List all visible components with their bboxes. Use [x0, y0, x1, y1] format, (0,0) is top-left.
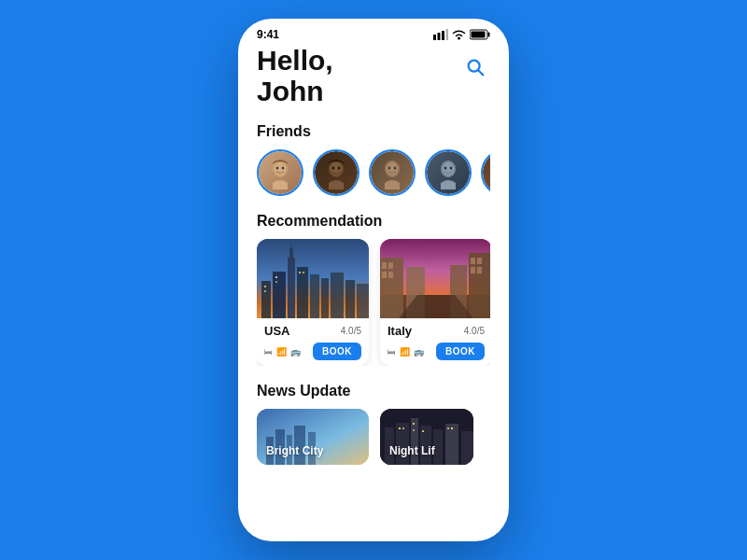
svg-rect-84 — [413, 429, 415, 431]
svg-rect-85 — [422, 430, 424, 432]
svg-rect-42 — [321, 278, 329, 318]
svg-rect-3 — [446, 29, 449, 40]
italy-amenity-icons: 🛏 📶 🚌 — [388, 347, 424, 357]
greeting-line1: Hello, — [257, 45, 333, 76]
svg-rect-36 — [273, 272, 286, 318]
greeting-line2: John — [257, 76, 324, 106]
greeting: Hello, John — [257, 45, 333, 106]
bus-icon-italy: 🚌 — [414, 347, 424, 357]
svg-rect-45 — [357, 284, 369, 318]
search-button[interactable] — [460, 52, 490, 82]
svg-rect-7 — [472, 32, 486, 38]
svg-point-13 — [282, 166, 284, 169]
svg-rect-61 — [477, 258, 482, 264]
svg-rect-41 — [310, 274, 319, 318]
svg-rect-87 — [451, 427, 453, 429]
svg-rect-83 — [413, 423, 415, 425]
friend-avatar-4[interactable] — [425, 149, 472, 196]
rec-card-usa[interactable]: USA 4.0/5 🛏 📶 🚌 BOOK — [257, 239, 369, 366]
svg-rect-80 — [461, 431, 473, 465]
svg-point-24 — [444, 166, 446, 169]
svg-line-9 — [478, 70, 483, 75]
signal-icon — [433, 29, 448, 40]
svg-rect-37 — [288, 258, 295, 318]
status-time: 9:41 — [257, 28, 279, 41]
svg-rect-40 — [297, 267, 308, 318]
svg-rect-48 — [275, 276, 277, 278]
svg-rect-49 — [275, 281, 277, 283]
wifi-rec-icon: 📶 — [276, 347, 287, 357]
svg-rect-1 — [438, 33, 441, 40]
friend-avatar-5[interactable] — [481, 149, 490, 196]
svg-rect-57 — [382, 272, 387, 278]
news-section-title: News Update — [257, 383, 490, 399]
bed-icon-italy: 🛏 — [388, 347, 396, 357]
svg-rect-55 — [382, 262, 387, 269]
main-content: Hello, John Friends — [238, 45, 509, 541]
svg-rect-86 — [447, 427, 449, 429]
svg-point-25 — [450, 166, 452, 169]
svg-rect-47 — [264, 290, 266, 292]
recommendation-section-title: Recommendation — [257, 213, 490, 230]
svg-point-16 — [332, 166, 334, 169]
svg-rect-63 — [477, 267, 482, 273]
svg-point-21 — [394, 166, 396, 169]
rec-card-italy[interactable]: Italy 4.0/5 🛏 📶 🚌 BOOK — [380, 239, 490, 366]
header-section: Hello, John — [257, 45, 490, 106]
svg-rect-44 — [345, 280, 355, 318]
svg-rect-39 — [291, 244, 292, 250]
recommendation-list: USA 4.0/5 🛏 📶 🚌 BOOK — [257, 239, 490, 366]
italy-rating: 4.0/5 — [464, 326, 485, 336]
svg-rect-43 — [331, 273, 344, 318]
friend-avatar-3[interactable] — [369, 149, 416, 196]
svg-rect-38 — [289, 248, 293, 262]
wifi-icon-italy: 📶 — [400, 347, 410, 357]
italy-book-button[interactable]: BOOK — [436, 343, 485, 360]
news-card-night-life[interactable]: Night Lif — [380, 409, 473, 465]
svg-rect-76 — [411, 418, 418, 465]
svg-rect-79 — [445, 424, 458, 465]
svg-rect-82 — [402, 427, 404, 429]
bright-city-label: Bright City — [266, 444, 323, 457]
bus-icon: 🚌 — [290, 347, 301, 357]
svg-rect-51 — [303, 272, 304, 273]
svg-rect-62 — [471, 267, 475, 273]
night-life-label: Night Lif — [389, 444, 435, 457]
svg-rect-6 — [488, 33, 490, 37]
friends-section-title: Friends — [257, 123, 490, 140]
news-list: Bright City — [257, 409, 490, 465]
svg-rect-2 — [442, 31, 444, 40]
bed-icon: 🛏 — [264, 347, 273, 357]
italy-name: Italy — [388, 324, 412, 338]
svg-rect-46 — [264, 286, 266, 287]
svg-point-12 — [276, 166, 278, 169]
battery-icon — [470, 29, 490, 40]
svg-rect-0 — [433, 35, 436, 40]
status-bar: 9:41 — [238, 19, 509, 45]
svg-point-4 — [458, 37, 460, 40]
svg-point-20 — [388, 166, 390, 169]
phone-container: 9:41 Hello, — [238, 19, 509, 541]
status-icons — [433, 29, 490, 40]
wifi-icon — [452, 29, 466, 40]
usa-name: USA — [264, 324, 289, 338]
svg-rect-50 — [299, 272, 301, 273]
news-card-bright-city[interactable]: Bright City — [257, 409, 369, 465]
svg-rect-60 — [471, 258, 475, 264]
usa-amenity-icons: 🛏 📶 🚌 — [264, 347, 301, 357]
usa-book-button[interactable]: BOOK — [313, 343, 361, 360]
friend-avatar-2[interactable] — [313, 149, 359, 196]
svg-point-17 — [338, 166, 340, 169]
usa-rating: 4.0/5 — [341, 326, 361, 336]
svg-rect-81 — [399, 427, 401, 429]
friend-avatar-1[interactable] — [257, 149, 303, 196]
svg-rect-58 — [388, 272, 393, 278]
svg-rect-56 — [388, 262, 393, 269]
friends-list — [257, 149, 490, 196]
